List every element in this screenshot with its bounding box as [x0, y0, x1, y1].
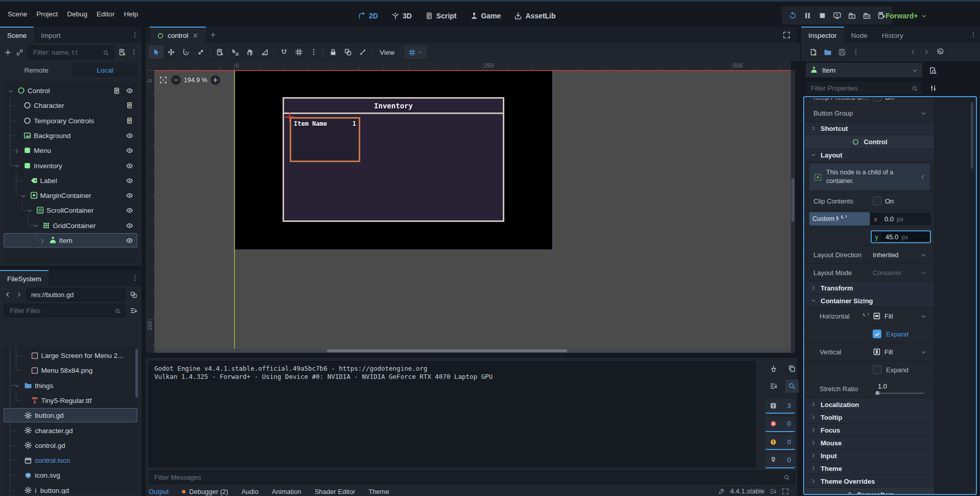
scene-tree-node-background[interactable]: Background [4, 128, 137, 143]
scene-tree-node-control[interactable]: Control [4, 83, 137, 98]
tab-scene-control[interactable]: control [150, 27, 206, 43]
pin-bottom-panel-icon[interactable] [769, 487, 777, 495]
scale-tool[interactable] [193, 46, 208, 59]
inspector-row-button-group[interactable]: Button Group [805, 104, 934, 122]
ruler-tool[interactable] [257, 46, 272, 59]
checkbox[interactable] [873, 197, 881, 206]
scene-tree-node-label[interactable]: Label [4, 173, 137, 188]
file-filter-field[interactable] [9, 306, 114, 315]
close-icon[interactable] [192, 32, 199, 39]
zoom-in-button[interactable] [211, 75, 220, 85]
scene-tree-node-margincontainer[interactable]: MarginContainer [4, 188, 137, 202]
skeleton-menu[interactable] [355, 46, 370, 59]
new-scene-tab-button[interactable] [206, 27, 220, 43]
bottom-tab-audio[interactable]: Audio [242, 488, 259, 495]
revert-button[interactable] [862, 312, 870, 320]
message-filter-input[interactable] [149, 470, 795, 484]
tab-inspector[interactable]: Inspector [801, 27, 844, 43]
grid-snap-toggle[interactable] [291, 46, 306, 59]
snapping-options-button[interactable] [404, 46, 427, 59]
inspector-row-focus[interactable]: Focus [805, 424, 934, 437]
replay-button[interactable] [787, 10, 798, 21]
property-filter-input[interactable] [805, 81, 923, 95]
inspector-row-input[interactable]: Input [805, 449, 934, 462]
snap-menu[interactable] [306, 46, 321, 59]
edited-node-selector[interactable]: Item [805, 62, 923, 78]
file-character.gd[interactable]: character.gd [4, 423, 137, 438]
list-select-tool[interactable] [213, 46, 227, 59]
tab-scene[interactable]: Scene [0, 27, 34, 43]
message-filter-field[interactable] [153, 473, 783, 482]
visibility-toggle[interactable] [126, 161, 133, 169]
scene-tree-node-inventory[interactable]: Inventory [4, 159, 137, 173]
visibility-toggle[interactable] [126, 86, 133, 95]
select-tool[interactable] [149, 46, 164, 59]
bottom-tab-theme[interactable]: Theme [368, 488, 389, 495]
add-node-button[interactable] [4, 49, 12, 56]
menu-help[interactable]: Help [119, 10, 143, 18]
dropdown-value[interactable]: Container [873, 269, 901, 277]
inspector-row-layout-mode[interactable]: Layout ModeContainer [805, 264, 934, 282]
dropdown-value[interactable]: Fill [873, 348, 893, 356]
lock-node-button[interactable] [325, 46, 340, 59]
slider-handle[interactable] [876, 391, 879, 395]
inspector-row-vertical[interactable]: VerticalFill [805, 343, 934, 361]
zoom-level[interactable]: 194.9 % [184, 77, 207, 84]
scene-filter-field[interactable] [32, 48, 103, 57]
canvas-2d[interactable]: Inventory Item Name 1 194.9 % [154, 70, 791, 353]
file-tree-scrollbar[interactable] [135, 349, 138, 397]
menu-debug[interactable]: Debug [62, 10, 92, 18]
tab-import[interactable]: Import [34, 27, 67, 43]
file-tiny5-regular.ttf[interactable]: Tiny5-Regular.ttf [4, 393, 137, 408]
workspace-tab-game[interactable]: Game [470, 12, 501, 20]
expand-bottom-panel-icon[interactable] [782, 487, 789, 495]
visibility-toggle[interactable] [126, 131, 133, 140]
copy-output-button[interactable] [785, 362, 799, 375]
inspector-row-layout-direction[interactable]: Layout DirectionInherited [805, 246, 934, 264]
checkbox[interactable] [873, 366, 881, 374]
bottom-tab-debugger-2-[interactable]: Debugger (2) [182, 488, 228, 495]
history-forward-button[interactable] [15, 291, 22, 298]
inspector-row-shortcut[interactable]: Shortcut [805, 122, 934, 135]
toggle-split-mode-button[interactable] [130, 291, 137, 299]
rotate-tool[interactable] [178, 46, 193, 59]
bottom-tab-output[interactable]: Output [149, 488, 169, 495]
expander-open-icon[interactable] [8, 87, 14, 95]
property-tools-button[interactable] [927, 82, 939, 94]
hscrollbar-thumb[interactable] [327, 349, 567, 352]
scene-filter-input[interactable] [28, 46, 114, 59]
debugger-badge-pin[interactable]: 0 [765, 453, 795, 468]
inspector-row-container-sizing[interactable]: Container Sizing [805, 295, 934, 307]
file-things[interactable]: things [4, 378, 137, 393]
expander-open-icon[interactable] [27, 207, 33, 214]
tab-history[interactable]: History [875, 27, 911, 43]
file-icon.svg[interactable]: icon.svg [4, 468, 137, 482]
file-menu-58x84.png[interactable]: Menu 58x84.png [4, 363, 137, 377]
inspector-row-horizontal[interactable]: HorizontalFill [805, 307, 934, 325]
checkbox[interactable] [873, 98, 881, 101]
source-local-button[interactable]: Local [72, 63, 139, 77]
vector-x-field[interactable]: x 0.0 px [871, 213, 931, 226]
scene-tree-node-temporary-controls[interactable]: Temporary Controls [4, 114, 137, 128]
expand-viewport-button[interactable] [780, 27, 793, 43]
center-view-icon[interactable] [158, 75, 168, 85]
inspector-history-button[interactable] [936, 48, 944, 56]
inspector-row-transform[interactable]: Transform [805, 282, 934, 295]
file-filter-input[interactable] [4, 304, 126, 317]
expander-open-icon[interactable] [33, 221, 39, 229]
resource-menu-button[interactable] [852, 49, 859, 56]
visibility-toggle[interactable] [126, 146, 133, 154]
inspector-menu-button[interactable] [970, 27, 980, 43]
history-back-button[interactable] [4, 291, 11, 298]
inspector-row-theme[interactable]: Theme [805, 462, 934, 475]
workspace-tab-2d[interactable]: 2D [358, 12, 378, 20]
dropdown-value[interactable]: Inherited [873, 251, 899, 259]
vscrollbar-thumb[interactable] [791, 178, 795, 222]
scene-tree-node-menu[interactable]: Menu [4, 143, 137, 157]
debugger-badge-errorc[interactable]: 0 [765, 417, 795, 432]
inspector-row-theme-overrides[interactable]: Theme Overrides [805, 475, 934, 488]
view-menu[interactable]: View [375, 49, 400, 56]
filesystem-menu-button[interactable] [131, 270, 142, 286]
file-button.gd[interactable]: button.gd [4, 408, 137, 422]
clear-output-button[interactable] [767, 362, 780, 375]
